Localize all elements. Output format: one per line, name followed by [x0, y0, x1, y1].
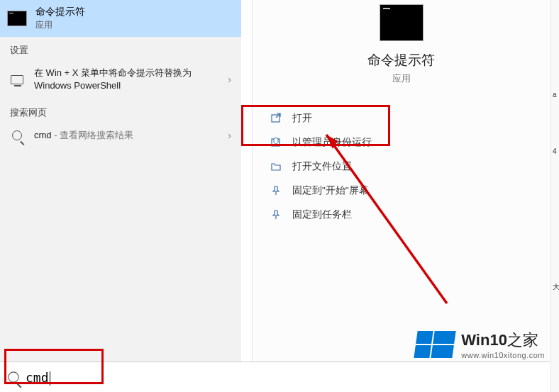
search-input[interactable]: cmd — [26, 370, 49, 385]
best-match-title: 命令提示符 — [35, 6, 85, 18]
pin-start-icon — [270, 185, 282, 196]
action-open-location[interactable]: 打开文件位置 — [267, 155, 536, 179]
web-section-header: 搜索网页 — [0, 99, 241, 122]
best-match-subtitle: 应用 — [35, 19, 85, 31]
action-run-admin[interactable]: 以管理员身份运行 — [267, 130, 536, 155]
web-result-item[interactable]: cmd - 查看网络搜索结果 › — [0, 122, 241, 149]
app-detail-panel: 命令提示符 应用 打开 以管理员身份运行 打开文件位置 固定到"开始" — [252, 0, 550, 362]
admin-icon — [270, 137, 282, 148]
action-open[interactable]: 打开 — [267, 106, 536, 130]
action-pin-start[interactable]: 固定到"开始"屏幕 — [267, 179, 536, 203]
chevron-right-icon: › — [228, 74, 231, 85]
action-label: 以管理员身份运行 — [292, 136, 372, 149]
search-results-panel: 命令提示符 应用 设置 在 Win + X 菜单中将命令提示符替换为 Windo… — [0, 0, 241, 362]
folder-icon — [270, 161, 282, 172]
settings-result-item[interactable]: 在 Win + X 菜单中将命令提示符替换为 Windows PowerShel… — [0, 60, 241, 99]
app-detail-title: 命令提示符 — [253, 51, 550, 69]
web-result-text: cmd - 查看网络搜索结果 — [34, 129, 218, 142]
pin-taskbar-icon — [270, 209, 282, 220]
svg-rect-0 — [272, 115, 280, 122]
cmd-icon-large — [380, 4, 424, 41]
windows-logo-icon — [414, 331, 456, 358]
best-match-item[interactable]: 命令提示符 应用 — [0, 0, 241, 37]
open-icon — [270, 113, 282, 124]
edge-glyph: 大 — [553, 282, 559, 292]
chevron-right-icon: › — [228, 130, 231, 141]
monitor-icon — [11, 75, 23, 84]
search-icon — [8, 371, 18, 382]
search-icon — [12, 130, 22, 140]
app-detail-subtitle: 应用 — [253, 72, 550, 85]
action-label: 打开文件位置 — [292, 160, 352, 173]
right-edge-strip: a 4 大 — [550, 0, 559, 392]
edge-glyph: a — [553, 91, 557, 99]
action-label: 固定到任务栏 — [292, 208, 352, 221]
action-label: 固定到"开始"屏幕 — [292, 184, 369, 197]
edge-glyph: 4 — [553, 147, 557, 155]
search-bar[interactable]: cmd — [0, 362, 550, 392]
action-list: 打开 以管理员身份运行 打开文件位置 固定到"开始"屏幕 固定到任务栏 — [253, 106, 550, 227]
cmd-icon — [7, 11, 27, 26]
action-pin-taskbar[interactable]: 固定到任务栏 — [267, 203, 536, 227]
settings-section-header: 设置 — [0, 37, 241, 60]
settings-result-text: 在 Win + X 菜单中将命令提示符替换为 Windows PowerShel… — [34, 67, 218, 92]
action-label: 打开 — [292, 112, 312, 125]
watermark: Win10之家 www.win10xitong.com — [416, 330, 545, 359]
